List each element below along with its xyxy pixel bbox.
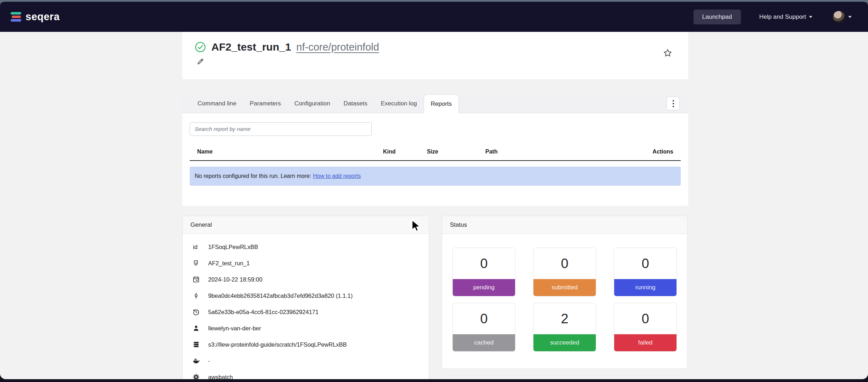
how-to-add-reports-link[interactable]: How to add reports <box>313 173 361 179</box>
status-card-failed: 0 failed <box>614 303 677 352</box>
tab-parameters[interactable]: Parameters <box>243 94 288 113</box>
general-row-date: 2024-10-22 18:59:00 <box>183 271 429 288</box>
favorite-star-icon[interactable] <box>663 48 673 58</box>
brand-name: seqera <box>25 11 60 23</box>
launchpad-button[interactable]: Launchpad <box>693 10 741 24</box>
status-panel-title: Status <box>442 216 687 234</box>
tab-execution-log[interactable]: Execution log <box>374 94 424 113</box>
status-card-cached: 0 cached <box>452 303 515 352</box>
general-row-id: id 1FSoqLPewRLxBB <box>183 239 429 255</box>
calendar-icon <box>192 276 200 283</box>
chevron-down-icon <box>848 16 852 18</box>
kebab-menu-button[interactable] <box>667 97 680 110</box>
id-label: id <box>193 244 198 250</box>
gear-icon <box>192 373 200 379</box>
running-label: running <box>614 279 676 296</box>
cached-label: cached <box>453 334 515 351</box>
pending-label: pending <box>453 279 515 296</box>
pending-count: 0 <box>453 248 515 279</box>
user-menu[interactable] <box>833 11 852 23</box>
general-row-workdir: s3://llew-proteinfold-guide/scratch/1FSo… <box>183 336 429 353</box>
succeeded-label: succeeded <box>533 334 596 351</box>
history-icon <box>192 308 200 316</box>
tab-reports[interactable]: Reports <box>424 94 459 113</box>
no-reports-alert: No reports configured for this run. Lear… <box>190 167 681 186</box>
seqera-logo-icon <box>11 12 22 22</box>
general-panel: General id 1FSoqLPewRLxBB <box>182 216 429 379</box>
pipeline-link[interactable]: nf-core/proteinfold <box>296 41 379 53</box>
tab-strip: Command line Parameters Configuration Da… <box>182 94 688 113</box>
failed-count: 0 <box>614 303 676 334</box>
submitted-count: 0 <box>533 248 596 279</box>
status-card-running: 0 running <box>614 248 677 296</box>
seqera-logo[interactable]: seqera <box>11 11 60 23</box>
running-count: 0 <box>614 248 676 279</box>
theater-mask-icon <box>192 259 200 267</box>
column-size: Size <box>427 149 485 155</box>
general-row-container: - <box>183 353 429 369</box>
general-row-run-name: AF2_test_run_1 <box>183 255 429 271</box>
app-window: seqera Launchpad Help and Support AF2_te… <box>0 2 868 379</box>
user-avatar <box>833 11 845 23</box>
run-name-title: AF2_test_run_1 <box>211 41 291 53</box>
column-path: Path <box>485 149 652 155</box>
general-row-user: llewelyn-van-der-ber <box>183 320 429 336</box>
docker-icon <box>192 357 200 365</box>
status-panel: Status 0 pending 0 submitted 0 <box>442 216 687 369</box>
tab-configuration[interactable]: Configuration <box>287 94 337 113</box>
cached-count: 0 <box>453 303 515 334</box>
chevron-down-icon <box>809 16 812 18</box>
no-reports-message: No reports configured for this run. Lear… <box>195 173 311 179</box>
server-icon <box>192 341 200 348</box>
failed-label: failed <box>614 334 676 351</box>
top-navbar: seqera Launchpad Help and Support <box>0 2 868 32</box>
user-icon <box>192 324 200 332</box>
edit-pencil-icon[interactable] <box>196 58 204 65</box>
help-and-support-label: Help and Support <box>759 13 806 21</box>
status-card-pending: 0 pending <box>452 248 515 296</box>
column-kind: Kind <box>383 149 427 155</box>
general-panel-title: General <box>183 216 429 234</box>
tab-datasets[interactable]: Datasets <box>337 94 374 113</box>
help-and-support-menu[interactable]: Help and Support <box>759 13 812 21</box>
succeeded-count: 2 <box>533 303 596 334</box>
column-name: Name <box>190 149 383 155</box>
run-header-card: AF2_test_run_1 nf-core/proteinfold <box>182 32 688 79</box>
status-card-succeeded: 2 succeeded <box>533 303 596 352</box>
general-row-session: 5a62e33b-e05a-4cc6-81cc-023962924171 <box>183 304 429 320</box>
success-check-circle-icon <box>195 41 206 53</box>
column-actions: Actions <box>652 149 681 155</box>
submitted-label: submitted <box>533 279 596 296</box>
reports-table-header: Name Kind Size Path Actions <box>190 149 681 161</box>
general-row-executor: awsbatch <box>183 369 429 379</box>
run-details-card: Command line Parameters Configuration Da… <box>182 94 688 206</box>
git-commit-icon <box>192 292 200 300</box>
status-card-submitted: 0 submitted <box>533 248 596 296</box>
general-row-commit: 9bea0dc4ebb26358142afbcab3d7efd962d3a820… <box>183 288 429 304</box>
search-report-input[interactable] <box>190 122 372 136</box>
tab-command-line[interactable]: Command line <box>191 94 243 113</box>
